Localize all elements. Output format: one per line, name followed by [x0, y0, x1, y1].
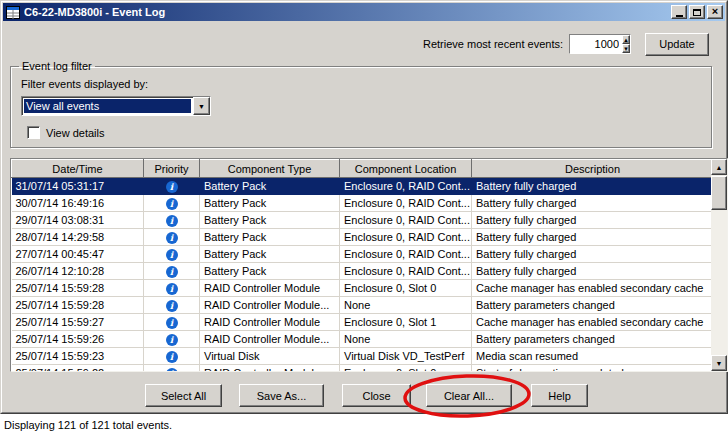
cell-component-type[interactable]: RAID Controller Module... — [200, 331, 340, 348]
scroll-down-button[interactable]: ▼ — [711, 355, 727, 371]
cell-priority[interactable]: i — [144, 348, 200, 365]
clear-all-button[interactable]: Clear All... — [426, 384, 512, 407]
table-row[interactable]: 31/07/14 05:31:17iBattery PackEnclosure … — [12, 178, 712, 195]
cell-description[interactable]: Battery fully charged — [472, 263, 712, 280]
cell-description[interactable]: Cache manager has enabled secondary cach… — [472, 314, 712, 331]
cell-priority[interactable]: i — [144, 263, 200, 280]
cell-description[interactable]: Battery fully charged — [472, 229, 712, 246]
cell-description[interactable]: Battery fully charged — [472, 246, 712, 263]
col-header-component-type[interactable]: Component Type — [200, 160, 340, 178]
cell-component-location[interactable]: None — [340, 297, 472, 314]
cell-component-location[interactable]: Virtual Disk VD_TestPerf — [340, 348, 472, 365]
cell-priority[interactable]: i — [144, 365, 200, 372]
cell-component-location[interactable]: Enclosure 0, Slot 1 — [340, 314, 472, 331]
col-header-priority[interactable]: Priority — [144, 160, 200, 178]
table-row[interactable]: 30/07/14 16:49:16iBattery PackEnclosure … — [12, 195, 712, 212]
cell-component-type[interactable]: RAID Controller Module — [200, 280, 340, 297]
cell-component-type[interactable]: Battery Pack — [200, 212, 340, 229]
view-details-option[interactable]: View details — [27, 126, 105, 139]
retrieve-count-input[interactable] — [570, 35, 622, 53]
cell-datetime[interactable]: 25/07/14 15:59:26 — [12, 331, 144, 348]
col-header-datetime[interactable]: Date/Time — [12, 160, 144, 178]
col-header-description[interactable]: Description — [472, 160, 712, 178]
cell-component-location[interactable]: Enclosure 0, RAID Cont... — [340, 212, 472, 229]
table-row[interactable]: 25/07/14 15:59:27iRAID Controller Module… — [12, 314, 712, 331]
cell-description[interactable]: Cache manager has enabled secondary cach… — [472, 280, 712, 297]
scroll-thumb[interactable] — [711, 176, 727, 210]
cell-priority[interactable]: i — [144, 229, 200, 246]
titlebar[interactable]: C6-22-MD3800i - Event Log × — [3, 3, 725, 21]
cell-component-location[interactable]: Enclosure 0, RAID Cont... — [340, 263, 472, 280]
cell-component-location[interactable]: Enclosure 0, Slot 0 — [340, 280, 472, 297]
cell-datetime[interactable]: 29/07/14 03:08:31 — [12, 212, 144, 229]
cell-component-type[interactable]: RAID Controller Module — [200, 314, 340, 331]
cell-component-location[interactable]: Enclosure 0, RAID Cont... — [340, 195, 472, 212]
table-row[interactable]: 25/07/14 15:59:28iRAID Controller Module… — [12, 297, 712, 314]
cell-component-type[interactable]: Battery Pack — [200, 229, 340, 246]
table-scrollbar[interactable]: ▲ ▼ — [711, 159, 727, 371]
cell-description[interactable]: Battery parameters changed — [472, 297, 712, 314]
table-row[interactable]: 25/07/14 15:59:28iRAID Controller Module… — [12, 280, 712, 297]
cell-priority[interactable]: i — [144, 178, 200, 195]
cell-component-location[interactable]: None — [340, 331, 472, 348]
save-as-button[interactable]: Save As... — [239, 384, 324, 407]
cell-datetime[interactable]: 25/07/14 15:59:27 — [12, 314, 144, 331]
scroll-up-button[interactable]: ▲ — [711, 159, 727, 175]
table-row[interactable]: 27/07/14 00:45:47iBattery PackEnclosure … — [12, 246, 712, 263]
spinner-up-button[interactable]: ▲ — [622, 35, 630, 44]
col-header-component-location[interactable]: Component Location — [340, 160, 472, 178]
view-details-checkbox[interactable] — [27, 126, 40, 139]
cell-component-type[interactable]: Battery Pack — [200, 263, 340, 280]
cell-priority[interactable]: i — [144, 297, 200, 314]
cell-description[interactable]: Battery parameters changed — [472, 331, 712, 348]
cell-description[interactable]: Battery fully charged — [472, 212, 712, 229]
cell-datetime[interactable]: 27/07/14 00:45:47 — [12, 246, 144, 263]
cell-datetime[interactable]: 25/07/14 15:59:22 — [12, 365, 144, 372]
cell-datetime[interactable]: 26/07/14 12:10:28 — [12, 263, 144, 280]
cell-component-type[interactable]: Battery Pack — [200, 178, 340, 195]
cell-datetime[interactable]: 25/07/14 15:59:28 — [12, 297, 144, 314]
dropdown-arrow-button[interactable]: ▼ — [193, 97, 210, 115]
cell-priority[interactable]: i — [144, 280, 200, 297]
cell-priority[interactable]: i — [144, 195, 200, 212]
cell-description[interactable]: Start-of-day routine completed — [472, 365, 712, 372]
cell-datetime[interactable]: 25/07/14 15:59:23 — [12, 348, 144, 365]
cell-component-location[interactable]: Enclosure 0, RAID Cont... — [340, 246, 472, 263]
maximize-icon — [693, 9, 701, 16]
table-row[interactable]: 26/07/14 12:10:28iBattery PackEnclosure … — [12, 263, 712, 280]
table-row[interactable]: 25/07/14 15:59:23iVirtual DiskVirtual Di… — [12, 348, 712, 365]
filter-dropdown[interactable]: View all events ▼ — [21, 96, 211, 116]
table-row[interactable]: 29/07/14 03:08:31iBattery PackEnclosure … — [12, 212, 712, 229]
select-all-button[interactable]: Select All — [145, 384, 222, 407]
cell-component-location[interactable]: Enclosure 0, RAID Cont... — [340, 229, 472, 246]
table-row[interactable]: 25/07/14 15:59:22iRAID Controller Module… — [12, 365, 712, 372]
cell-component-location[interactable]: Enclosure 0, RAID Cont... — [340, 178, 472, 195]
cell-priority[interactable]: i — [144, 314, 200, 331]
cell-component-type[interactable]: RAID Controller Module... — [200, 297, 340, 314]
spinner-down-button[interactable]: ▼ — [622, 44, 630, 53]
cell-priority[interactable]: i — [144, 331, 200, 348]
cell-component-type[interactable]: RAID Controller Module — [200, 365, 340, 372]
table-row[interactable]: 25/07/14 15:59:26iRAID Controller Module… — [12, 331, 712, 348]
maximize-button[interactable] — [689, 5, 705, 19]
help-button[interactable]: Help — [531, 384, 588, 407]
update-button[interactable]: Update — [645, 33, 709, 56]
cell-description[interactable]: Media scan resumed — [472, 348, 712, 365]
cell-datetime[interactable]: 28/07/14 14:29:58 — [12, 229, 144, 246]
cell-component-type[interactable]: Battery Pack — [200, 195, 340, 212]
cell-component-type[interactable]: Battery Pack — [200, 246, 340, 263]
cell-datetime[interactable]: 30/07/14 16:49:16 — [12, 195, 144, 212]
cell-priority[interactable]: i — [144, 246, 200, 263]
minimize-button[interactable] — [671, 5, 687, 19]
cell-description[interactable]: Battery fully charged — [472, 195, 712, 212]
cell-datetime[interactable]: 31/07/14 05:31:17 — [12, 178, 144, 195]
retrieve-count-spinner[interactable]: ▲ ▼ — [569, 34, 631, 54]
table-row[interactable]: 28/07/14 14:29:58iBattery PackEnclosure … — [12, 229, 712, 246]
cell-component-location[interactable]: Enclosure 0, Slot 0 — [340, 365, 472, 372]
cell-priority[interactable]: i — [144, 212, 200, 229]
cell-datetime[interactable]: 25/07/14 15:59:28 — [12, 280, 144, 297]
close-dialog-button[interactable]: Close — [342, 384, 411, 407]
cell-component-type[interactable]: Virtual Disk — [200, 348, 340, 365]
close-button[interactable]: × — [707, 5, 723, 19]
cell-description[interactable]: Battery fully charged — [472, 178, 712, 195]
